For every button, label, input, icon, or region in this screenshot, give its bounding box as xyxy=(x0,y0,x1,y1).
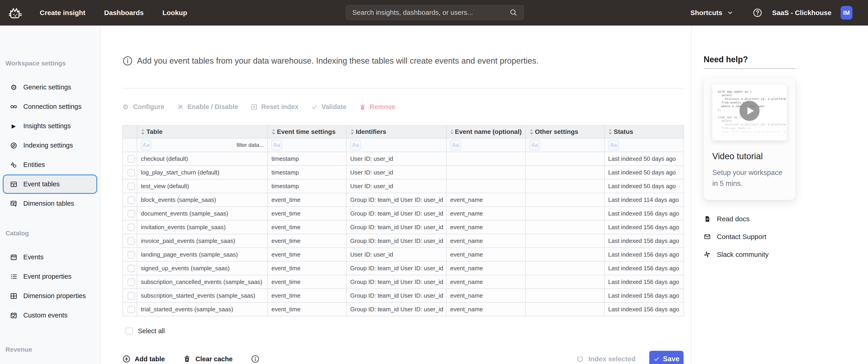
index-selected-button[interactable]: Index selected xyxy=(577,355,636,363)
sidebar-item-event-tables[interactable]: Event tables xyxy=(3,174,97,194)
info-icon xyxy=(122,56,133,66)
table-edit-icon xyxy=(9,200,18,208)
help-icon[interactable] xyxy=(752,8,763,18)
clear-cache-button[interactable]: Clear cache xyxy=(183,355,232,363)
remove-button[interactable]: Remove xyxy=(359,103,395,110)
column-header-table[interactable]: Table xyxy=(137,126,268,138)
cell-event-name xyxy=(446,179,526,193)
cell-event-name: event_name xyxy=(446,261,526,275)
row-checkbox[interactable] xyxy=(128,224,135,231)
enable-disable-button[interactable]: Enable / Disable xyxy=(177,103,238,110)
logo-cat-icon[interactable] xyxy=(8,6,22,20)
match-case-toggle[interactable]: Aa xyxy=(141,140,151,150)
row-checkbox[interactable] xyxy=(128,210,135,217)
search-input[interactable]: Search insights, dashboards, or users... xyxy=(346,5,524,20)
select-all: Select all xyxy=(122,327,684,335)
sort-icon xyxy=(272,129,276,135)
sidebar-item-custom-events[interactable]: Custom events xyxy=(0,306,100,325)
sidebar-item-event-properties[interactable]: Event properties xyxy=(0,267,100,286)
table-toolbar: ⚙ Configure Enable / Disable Reset index xyxy=(122,103,684,110)
sidebar-item-events[interactable]: Events xyxy=(0,247,100,267)
match-case-toggle[interactable]: Aa xyxy=(608,140,619,150)
sidebar-item-dimension-properties[interactable]: Dimension properties xyxy=(0,286,100,306)
cell-other-settings xyxy=(526,193,604,207)
cell-event-time: event_time xyxy=(268,207,346,220)
validate-button[interactable]: Validate xyxy=(311,103,347,110)
box-x-icon xyxy=(250,103,258,110)
cell-table-name: invoice_paid_events (sample_saas) xyxy=(137,234,268,248)
cell-event-name: event_name xyxy=(446,207,526,220)
mail-icon xyxy=(704,233,711,240)
row-checkbox[interactable] xyxy=(128,278,135,286)
cell-status: Last indexed 114 days ago xyxy=(604,193,684,207)
slack-community-link[interactable]: Slack community xyxy=(704,251,868,258)
cell-other-settings xyxy=(526,289,604,302)
sidebar-item-entities[interactable]: Entities xyxy=(0,155,100,174)
cell-identifiers: User ID: user_id xyxy=(346,248,446,261)
help-title: Need help? xyxy=(704,55,868,64)
match-case-toggle[interactable]: Aa xyxy=(272,140,282,150)
save-button[interactable]: Save xyxy=(649,351,684,364)
table-row: block_events (sample_saas) event_time Gr… xyxy=(123,193,684,207)
nav-lookup[interactable]: Lookup xyxy=(162,9,187,16)
sidebar-item-connection-settings[interactable]: Connection settings xyxy=(0,97,100,116)
select-all-checkbox[interactable] xyxy=(126,328,133,335)
nav-create-insight[interactable]: Create insight xyxy=(40,9,85,16)
row-checkbox[interactable] xyxy=(128,237,135,245)
column-header-status[interactable]: Status xyxy=(604,126,684,138)
column-header-identifiers[interactable]: Identifiers xyxy=(346,126,446,138)
play-button[interactable] xyxy=(740,101,760,121)
video-tutorial-card[interactable]: with app_opens as ( select distinct e.di… xyxy=(704,78,796,200)
row-checkbox[interactable] xyxy=(128,306,135,313)
table-row: test_view (default) timestamp User ID: u… xyxy=(123,179,684,193)
filter-input[interactable]: filter data... xyxy=(237,142,264,148)
configure-button[interactable]: ⚙ Configure xyxy=(122,103,164,110)
avatar[interactable]: IM xyxy=(841,6,852,20)
column-header-event-name[interactable]: Event name (optional) xyxy=(446,126,526,138)
row-checkbox[interactable] xyxy=(128,292,135,299)
cell-event-time: event_time xyxy=(268,234,346,248)
cell-status: Last indexed 156 days ago xyxy=(604,275,684,289)
contact-support-link[interactable]: Contact Support xyxy=(704,233,868,241)
info-icon[interactable] xyxy=(251,355,259,363)
row-checkbox[interactable] xyxy=(128,196,135,204)
cell-event-time: event_time xyxy=(268,261,346,275)
sidebar-item-indexing-settings[interactable]: Indexing settings xyxy=(0,136,100,155)
search-placeholder: Search insights, dashboards, or users... xyxy=(352,9,509,16)
table-body: checkout (default) timestamp User ID: us… xyxy=(123,152,684,316)
row-checkbox[interactable] xyxy=(128,155,135,163)
match-case-toggle[interactable]: Aa xyxy=(529,140,540,150)
cell-status: Last indexed 156 days ago xyxy=(604,289,684,302)
cell-identifiers: Group ID: team_id User ID: user_id xyxy=(346,275,446,289)
sidebar-item-insights-settings[interactable]: ▶ Insights settings xyxy=(0,116,100,136)
match-case-toggle[interactable]: Aa xyxy=(450,140,461,150)
column-header-other-settings[interactable]: Other settings xyxy=(526,126,604,138)
cell-other-settings xyxy=(526,234,604,248)
reset-index-button[interactable]: Reset index xyxy=(250,103,299,110)
cell-table-name: signed_up_events (sample_saas) xyxy=(137,261,268,275)
table-row: invitation_events (sample_saas) event_ti… xyxy=(123,220,684,234)
row-checkbox[interactable] xyxy=(128,169,135,176)
row-checkbox[interactable] xyxy=(128,251,135,258)
match-case-toggle[interactable]: Aa xyxy=(350,140,361,150)
sidebar-item-dimension-tables[interactable]: Dimension tables xyxy=(0,194,100,213)
cell-other-settings xyxy=(526,302,604,316)
column-header-event-time[interactable]: Event time settings xyxy=(268,126,346,138)
sidebar: Workspace settings ⚙ Generic settings Co… xyxy=(0,26,100,364)
check-icon xyxy=(653,356,660,362)
sidebar-item-generic-settings[interactable]: ⚙ Generic settings xyxy=(0,77,100,97)
list-icon xyxy=(9,272,18,281)
row-checkbox[interactable] xyxy=(128,265,135,272)
cell-other-settings xyxy=(526,248,604,261)
workspace-name[interactable]: SaaS - Clickhouse xyxy=(772,9,832,16)
nav-dashboards[interactable]: Dashboards xyxy=(104,9,144,16)
play-icon xyxy=(747,107,754,115)
video-thumbnail[interactable]: with app_opens as ( select distinct e.di… xyxy=(712,85,787,140)
shortcuts-label: Shortcuts xyxy=(690,9,722,16)
link-icon xyxy=(9,103,18,111)
add-table-button[interactable]: Add table xyxy=(122,355,165,363)
row-checkbox[interactable] xyxy=(128,183,135,190)
shortcuts-button[interactable]: Shortcuts xyxy=(690,9,733,16)
read-docs-link[interactable]: Read docs xyxy=(704,215,868,223)
table-row: signed_up_events (sample_saas) event_tim… xyxy=(123,261,684,275)
